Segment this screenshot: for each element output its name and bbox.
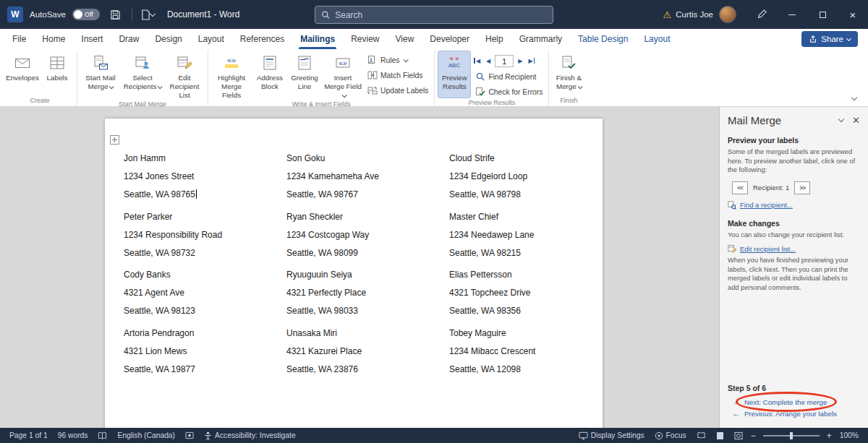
display-settings-button[interactable]: Display Settings: [574, 428, 650, 443]
share-button[interactable]: Share: [801, 31, 858, 47]
web-layout-button[interactable]: [729, 428, 748, 443]
labels-button[interactable]: Labels: [41, 51, 74, 96]
label-cell[interactable]: Unasaka Miri 4321 Kazurei Place Seattle,…: [282, 322, 445, 381]
envelopes-button[interactable]: Envelopes: [6, 51, 39, 96]
preview-results-button[interactable]: « »ABC Preview Results: [438, 51, 471, 98]
next-record-button[interactable]: ▶: [516, 56, 524, 66]
first-record-icon: ◀: [476, 58, 480, 64]
save-button[interactable]: [106, 5, 125, 24]
previous-record-button[interactable]: ◀: [485, 56, 492, 66]
tab-layout-contextual[interactable]: Layout: [636, 29, 678, 49]
finish-and-merge-button[interactable]: Finish & Merge: [552, 51, 585, 96]
record-number-field[interactable]: 1: [495, 55, 514, 67]
maximize-button[interactable]: [807, 0, 838, 29]
proofing-button[interactable]: [93, 428, 112, 443]
autosave-label: AutoSave: [30, 10, 66, 19]
next-recipient-button[interactable]: >>: [794, 181, 810, 194]
tab-developer[interactable]: Developer: [422, 29, 477, 49]
tab-review[interactable]: Review: [343, 29, 387, 49]
select-recipients-button[interactable]: Select Recipients: [122, 51, 163, 100]
first-record-button[interactable]: ◀: [472, 56, 482, 66]
avatar[interactable]: [719, 6, 736, 23]
accessibility-checker[interactable]: Accessibility: Investigate: [199, 428, 301, 443]
label-cell[interactable]: Son Goku 1234 Kamehameha Ave Seattle, WA…: [282, 147, 445, 206]
zoom-out-button[interactable]: −: [748, 431, 759, 441]
collapse-ribbon-button[interactable]: [848, 93, 861, 103]
edit-recipient-list-link[interactable]: Edit recipient list...: [728, 244, 860, 253]
macro-record-icon: [185, 431, 194, 439]
label-cell[interactable]: Master Chief 1234 Needawep Lane Seattle,…: [445, 206, 597, 264]
group-create: Envelopes Labels Create: [3, 51, 77, 106]
table-move-handle[interactable]: [110, 135, 119, 145]
label-cell[interactable]: Cloud Strife 1234 Edgelord Loop Seattle,…: [445, 147, 597, 206]
tab-home[interactable]: Home: [34, 29, 73, 49]
previous-step-link[interactable]: ← Previous: Arrange your labels: [732, 409, 860, 418]
zoom-slider-thumb[interactable]: [790, 432, 793, 439]
tab-table-design[interactable]: Table Design: [570, 29, 636, 49]
label-cell[interactable]: Cody Banks 4321 Agent Ave Seattle, WA 98…: [119, 264, 282, 322]
label-cell[interactable]: Artoria Pendragon 4321 Lion Mews Seattle…: [119, 322, 282, 381]
macro-record-button[interactable]: [180, 428, 199, 443]
edit-recipient-list-button[interactable]: Edit Recipient List: [164, 51, 205, 100]
page-count[interactable]: Page 1 of 1: [4, 428, 53, 443]
last-record-button[interactable]: ▶: [527, 56, 536, 66]
tab-grammarly[interactable]: Grammarly: [511, 29, 570, 49]
label-cell[interactable]: Elias Pettersson 4321 Topcheez Drive Sea…: [445, 264, 597, 322]
find-recipient-button[interactable]: Find Recipient: [472, 70, 545, 83]
highlight-merge-fields-button[interactable]: «» Highlight Merge Fields: [211, 51, 252, 100]
zoom-level[interactable]: 100%: [835, 428, 864, 443]
zoom-slider[interactable]: [763, 435, 820, 436]
tab-help[interactable]: Help: [477, 29, 511, 49]
next-step-link[interactable]: → Next: Complete the merge: [732, 397, 860, 406]
word-app-icon[interactable]: W: [7, 7, 23, 22]
find-a-recipient-link[interactable]: Find a recipient...: [728, 201, 860, 210]
autosave-toggle[interactable]: Off: [72, 9, 100, 20]
highlight-fields-icon: «»: [223, 54, 240, 72]
focus-mode-button[interactable]: Focus: [650, 428, 692, 443]
label-cell[interactable]: Ryan Sheckler 1234 Costcogap Way Seattle…: [282, 206, 445, 264]
label-cell[interactable]: Tobey Maguire 1234 Mibacc Crescent Seatt…: [445, 322, 597, 381]
search-input[interactable]: [335, 10, 547, 20]
last-record-icon: ▶: [528, 58, 532, 64]
tab-design[interactable]: Design: [147, 29, 190, 49]
tab-insert[interactable]: Insert: [73, 29, 111, 49]
rules-button[interactable]: Rules: [365, 53, 431, 66]
document-page[interactable]: Jon Hamm 1234 Jones Street Seattle, WA 9…: [105, 119, 603, 428]
previous-recipient-button[interactable]: <<: [732, 181, 748, 194]
start-mail-merge-button[interactable]: Start Mail Merge: [80, 51, 121, 100]
envelope-icon: [14, 54, 31, 72]
check-errors-icon: [475, 87, 485, 97]
update-labels-button[interactable]: Update Labels: [365, 84, 431, 97]
tab-layout[interactable]: Layout: [190, 29, 232, 49]
customize-toolbar-button[interactable]: [139, 5, 158, 24]
print-layout-button[interactable]: [711, 428, 729, 443]
greeting-line-button[interactable]: Greeting Line: [288, 51, 321, 100]
minimize-button[interactable]: [777, 0, 807, 29]
tab-file[interactable]: File: [4, 29, 34, 49]
warning-icon[interactable]: ⚠: [663, 9, 672, 20]
language-button[interactable]: English (Canada): [112, 428, 180, 443]
label-cell[interactable]: Peter Parker 1234 Responsibility Road Se…: [119, 206, 282, 264]
pane-chevron-icon[interactable]: [838, 116, 844, 122]
insert-merge-field-button[interactable]: «» Insert Merge Field: [323, 51, 363, 100]
tab-draw[interactable]: Draw: [111, 29, 147, 49]
finish-merge-icon: [560, 54, 577, 72]
close-button[interactable]: ×: [838, 0, 868, 29]
document-canvas[interactable]: Jon Hamm 1234 Jones Street Seattle, WA 9…: [0, 107, 719, 428]
word-count[interactable]: 96 words: [53, 428, 93, 443]
editor-pen-button[interactable]: [746, 0, 777, 29]
labels-table[interactable]: Jon Hamm 1234 Jones Street Seattle, WA 9…: [119, 147, 597, 380]
address-block-button[interactable]: Address Block: [253, 51, 286, 100]
tab-view[interactable]: View: [388, 29, 422, 49]
pane-close-icon[interactable]: ✕: [852, 115, 860, 126]
search-box[interactable]: [315, 6, 553, 24]
check-for-errors-button[interactable]: Check for Errors: [472, 85, 545, 98]
match-fields-button[interactable]: Match Fields: [365, 69, 431, 82]
label-cell[interactable]: Ryuuguuin Seiya 4321 Perfectly Place Sea…: [282, 264, 445, 322]
read-mode-button[interactable]: [692, 428, 711, 443]
tab-mailings[interactable]: Mailings: [292, 29, 343, 49]
zoom-in-button[interactable]: +: [824, 431, 835, 441]
search-icon: [321, 10, 330, 20]
tab-references[interactable]: References: [232, 29, 292, 49]
label-cell[interactable]: Jon Hamm 1234 Jones Street Seattle, WA 9…: [119, 147, 282, 206]
